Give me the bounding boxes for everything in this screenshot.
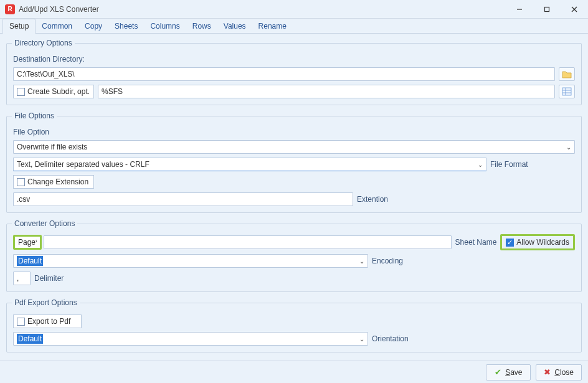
select-value: Overwrite if file exists <box>17 143 87 151</box>
chevron-down-icon: ⌄ <box>478 161 483 168</box>
sheet-name-label: Sheet Name <box>455 238 497 247</box>
file-option-label: File Option <box>13 128 49 136</box>
tab-rename[interactable]: Rename <box>252 19 293 33</box>
extension-label: Extention <box>357 195 388 204</box>
sheet-name-input-ext[interactable] <box>44 235 452 249</box>
allow-wildcards-label: Allow Wildcards <box>516 238 569 247</box>
browse-folder-button[interactable] <box>559 67 575 81</box>
close-dialog-button[interactable]: ✖ Close <box>536 364 582 381</box>
select-value: Text, Delimiter separated values - CRLF <box>17 160 149 169</box>
group-converter-options: Converter Options Sheet Name ✓ Allow Wil… <box>6 219 582 292</box>
export-to-pdf-label: Export to Pdf <box>27 317 70 326</box>
file-format-label: File Format <box>490 160 528 169</box>
group-legend: Directory Options <box>12 39 75 47</box>
subdir-pattern-input[interactable] <box>98 85 555 98</box>
titlebar: R Add/Upd XLS Converter <box>0 0 588 19</box>
chevron-down-icon: ⌄ <box>566 144 571 151</box>
file-option-select[interactable]: Overwrite if file exists ⌄ <box>13 140 575 154</box>
tab-rows[interactable]: Rows <box>186 19 217 33</box>
minimize-button[interactable] <box>506 0 533 19</box>
export-to-pdf-checkbox[interactable]: Export to Pdf <box>13 314 82 328</box>
app-icon: R <box>5 4 15 14</box>
encoding-label: Encoding <box>372 257 403 265</box>
delimiter-input[interactable] <box>13 272 31 285</box>
select-value: Default <box>17 334 43 344</box>
tab-setup[interactable]: Setup <box>2 19 36 34</box>
chevron-down-icon: ⌄ <box>359 258 364 265</box>
create-subdir-label: Create Subdir, opt. <box>27 87 90 96</box>
x-icon: ✖ <box>544 367 551 377</box>
group-directory-options: Directory Options Destination Directory:… <box>6 39 582 105</box>
group-legend: Pdf Export Options <box>12 298 80 307</box>
group-legend: Converter Options <box>12 219 77 228</box>
extension-input[interactable] <box>13 192 353 206</box>
destination-directory-input[interactable] <box>13 67 555 81</box>
tab-copy[interactable]: Copy <box>78 19 108 33</box>
check-icon: ✔ <box>495 367 501 377</box>
destination-directory-label: Destination Directory: <box>13 55 85 64</box>
content-area: Directory Options Destination Directory:… <box>0 34 588 361</box>
checkbox-icon <box>17 178 25 186</box>
svg-rect-4 <box>562 88 571 95</box>
encoding-select[interactable]: Default ⌄ <box>13 254 368 268</box>
close-button[interactable] <box>561 0 588 19</box>
chevron-down-icon: ⌄ <box>359 336 364 343</box>
orientation-label: Orientation <box>372 334 409 343</box>
tab-sheets[interactable]: Sheets <box>108 19 144 33</box>
window-title: Add/Upd XLS Converter <box>19 5 99 14</box>
tab-bar: Setup Common Copy Sheets Columns Rows Va… <box>0 19 588 34</box>
change-extension-checkbox[interactable]: Change Extension <box>13 175 94 189</box>
change-extension-label: Change Extension <box>27 177 88 186</box>
file-format-select[interactable]: Text, Delimiter separated values - CRLF … <box>13 158 486 171</box>
sheet-name-input[interactable] <box>15 237 40 248</box>
subdir-helper-button[interactable] <box>559 85 575 98</box>
checkbox-icon <box>17 318 25 326</box>
group-legend: File Options <box>12 111 57 120</box>
select-value: Default <box>17 256 43 266</box>
group-pdf-export-options: Pdf Export Options Export to Pdf Default… <box>6 298 582 352</box>
tab-values[interactable]: Values <box>217 19 252 33</box>
tab-common[interactable]: Common <box>36 19 78 33</box>
svg-rect-1 <box>545 7 549 11</box>
allow-wildcards-checkbox[interactable]: ✓ Allow Wildcards <box>503 237 572 248</box>
save-button[interactable]: ✔ Save <box>486 364 531 381</box>
group-file-options: File Options File Option Overwrite if fi… <box>6 111 582 213</box>
maximize-button[interactable] <box>533 0 561 19</box>
delimiter-label: Delimiter <box>34 274 64 283</box>
orientation-select[interactable]: Default ⌄ <box>13 332 368 346</box>
create-subdir-checkbox[interactable]: Create Subdir, opt. <box>13 85 94 98</box>
bottom-bar: ✔ Save ✖ Close <box>0 361 588 383</box>
checkbox-icon: ✓ <box>506 239 514 247</box>
tab-columns[interactable]: Columns <box>144 19 186 33</box>
checkbox-icon <box>17 88 25 96</box>
